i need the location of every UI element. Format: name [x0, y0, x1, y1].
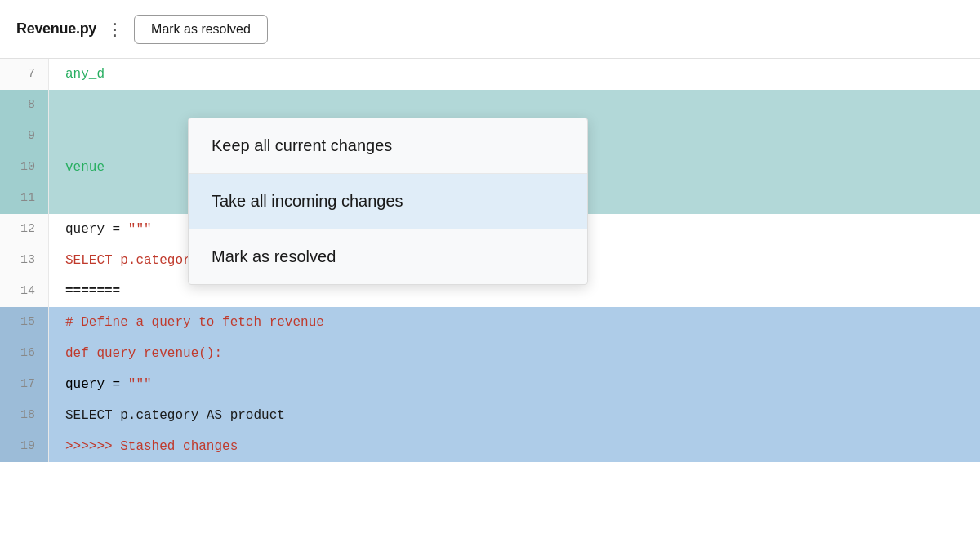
line-number-7: 7 — [0, 59, 49, 90]
more-options-icon[interactable]: ⋮ — [106, 20, 124, 39]
line-content-8 — [49, 90, 980, 121]
line-number-18: 18 — [0, 400, 49, 431]
dropdown-menu: Keep all current changes Take all incomi… — [188, 118, 588, 285]
dropdown-item-mark-resolved[interactable]: Mark as resolved — [189, 229, 587, 284]
line-content-15: # Define a query to fetch revenue — [49, 307, 980, 338]
mark-as-resolved-button[interactable]: Mark as resolved — [134, 15, 268, 44]
line-number-14: 14 — [0, 276, 49, 307]
line-number-12: 12 — [0, 214, 49, 245]
line-number-19: 19 — [0, 431, 49, 462]
dropdown-item-take-incoming[interactable]: Take all incoming changes — [189, 174, 587, 229]
line-number-10: 10 — [0, 152, 49, 183]
code-line-17: 17 query = """ — [0, 369, 980, 400]
code-line-7: 7 any_d — [0, 59, 980, 90]
code-line-15: 15 # Define a query to fetch revenue — [0, 307, 980, 338]
dropdown-item-keep-current[interactable]: Keep all current changes — [189, 118, 587, 174]
line-number-16: 16 — [0, 338, 49, 369]
line-content-16: def query_revenue(): — [49, 338, 980, 369]
code-line-18: 18 SELECT p.category AS product_ — [0, 400, 980, 431]
line-number-9: 9 — [0, 121, 49, 152]
code-line-16: 16 def query_revenue(): — [0, 338, 980, 369]
line-content-18: SELECT p.category AS product_ — [49, 400, 980, 431]
line-number-8: 8 — [0, 90, 49, 121]
editor-header: Revenue.py ⋮ Mark as resolved — [0, 0, 980, 59]
line-content-19: >>>>>> Stashed changes — [49, 431, 980, 462]
line-content-7: any_d — [49, 59, 980, 90]
editor-container: Revenue.py ⋮ Mark as resolved 7 any_d 8 … — [0, 0, 980, 547]
line-number-15: 15 — [0, 307, 49, 338]
code-line-19: 19 >>>>>> Stashed changes — [0, 431, 980, 462]
line-number-13: 13 — [0, 245, 49, 276]
line-number-11: 11 — [0, 183, 49, 214]
code-area: 7 any_d 8 Keep all current changes Take … — [0, 59, 980, 547]
line-number-17: 17 — [0, 369, 49, 400]
file-name: Revenue.py — [16, 20, 96, 38]
code-line-8: 8 — [0, 90, 980, 121]
line-content-17: query = """ — [49, 369, 980, 400]
